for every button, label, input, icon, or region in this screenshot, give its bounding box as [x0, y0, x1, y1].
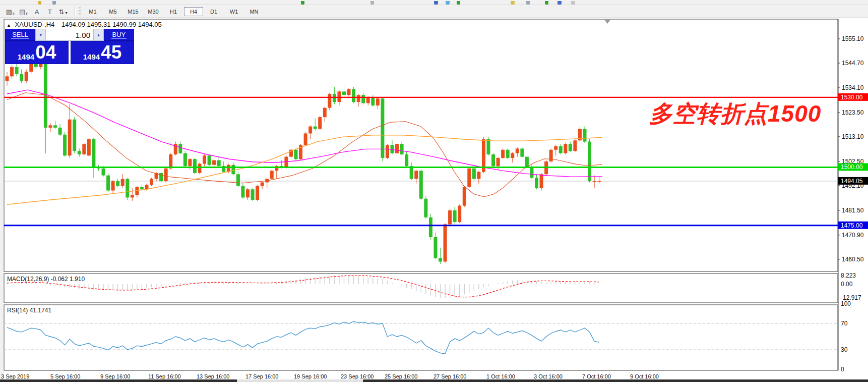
candle-body	[126, 179, 129, 197]
candle-body	[73, 120, 76, 151]
candle-body	[314, 127, 317, 129]
candle-body	[400, 144, 404, 154]
candle-body	[520, 148, 524, 156]
time-axis-label: 5 Sep 16:00	[50, 373, 80, 379]
candle-body	[58, 128, 62, 135]
ma-mid-line	[7, 90, 602, 177]
macd-axis-label: 0.00	[841, 281, 853, 288]
candle-body	[433, 237, 437, 258]
candle-body	[525, 157, 529, 168]
candle-body	[256, 186, 259, 200]
candle-body	[463, 187, 466, 206]
time-axis-label: 25 Sep 16:00	[385, 373, 417, 379]
rsi-panel-border	[4, 305, 838, 370]
time-axis-label: 7 Oct 16:00	[582, 373, 611, 379]
candle-body	[597, 181, 601, 182]
candle-body	[261, 182, 264, 186]
candle-body	[78, 151, 81, 154]
mt4-window: { "toolbar": { "tools": [ {"name":"equid…	[0, 0, 868, 382]
candle-body	[410, 166, 413, 179]
chart-annotation-text: 多空转折点1500	[649, 100, 851, 127]
panel-splitter-macd[interactable]	[4, 271, 838, 274]
candle-body	[208, 155, 211, 165]
volume-input[interactable]	[46, 29, 93, 41]
one-click-trading-panel: SELL ▼ ▲ BUY 1494 04 1494 45	[5, 29, 134, 64]
time-axis-label: 3 Sep 2019	[1, 373, 29, 379]
candle-body	[352, 89, 355, 102]
candle-body	[231, 165, 235, 174]
candle-body	[357, 95, 360, 102]
time-axis-label: 13 Sep 16:00	[197, 373, 229, 379]
candle-body	[444, 225, 447, 262]
time-axis-label: 11 Sep 16:00	[148, 373, 181, 379]
chart-marker-icon: ▲	[7, 23, 11, 28]
candle-body	[467, 169, 471, 187]
candle-body	[135, 187, 139, 195]
ma-slow-line	[7, 135, 602, 205]
candle-body	[516, 148, 519, 153]
candle-body	[68, 120, 72, 156]
candle-body	[63, 135, 67, 156]
volume-increase-button[interactable]: ▲	[93, 29, 104, 41]
candle-body	[439, 258, 442, 261]
candle-body	[497, 158, 500, 166]
price-tick-label: 1470.90	[842, 232, 864, 239]
candle-body	[102, 169, 105, 176]
candle-body	[111, 181, 115, 190]
candle-body	[588, 142, 591, 181]
rsi-axis-label: 100	[841, 300, 851, 307]
buy-button[interactable]: BUY	[104, 29, 134, 41]
candle-body	[583, 129, 587, 141]
candle-body	[419, 171, 423, 198]
ask-price-handle: 1494	[83, 52, 100, 64]
rsi-line	[7, 321, 599, 354]
candle-body	[212, 160, 216, 165]
candle-body	[116, 181, 119, 186]
candle-body	[414, 171, 418, 179]
price-tick-label: 1555.10	[842, 35, 864, 42]
panel-splitter-rsi[interactable]	[4, 303, 838, 305]
price-level-badge-label: 1475.00	[841, 222, 863, 229]
candle-body	[405, 154, 408, 166]
candle-body	[150, 179, 153, 185]
ask-price[interactable]: 1494 45	[71, 41, 134, 64]
time-axis-label: 3 Oct 16:00	[534, 373, 563, 379]
symbol-info-line: ▲ XAUUSD-,H4 1494.09 1495.31 1490.99 149…	[7, 21, 162, 28]
candle-body	[448, 210, 452, 225]
candle-body	[540, 174, 543, 188]
candle-body	[198, 163, 202, 173]
time-axis-label: 9 Sep 16:00	[100, 373, 130, 379]
bid-price[interactable]: 1494 04	[5, 41, 69, 64]
candle-body	[251, 189, 255, 200]
candle-body	[82, 144, 86, 154]
price-level-badge-label: 1530.00	[841, 94, 863, 101]
candle-body	[511, 153, 514, 158]
sell-button[interactable]: SELL	[5, 29, 35, 41]
candle-body	[188, 159, 192, 166]
candle-body	[487, 139, 490, 154]
candle-body	[453, 210, 457, 222]
rsi-axis-label: 30	[841, 346, 848, 353]
candle-body	[593, 181, 596, 182]
candle-body	[169, 154, 172, 169]
candle-body	[458, 206, 461, 222]
candle-body	[44, 56, 47, 128]
candle-body	[6, 76, 9, 81]
candle-body	[241, 186, 244, 197]
macd-label: MACD(12,26,9) -0.062 1.910	[7, 276, 85, 283]
candle-body	[573, 140, 577, 151]
volume-decrease-button[interactable]: ▼	[35, 29, 46, 41]
candle-body	[342, 91, 346, 95]
candle-body	[10, 67, 14, 76]
candle-body	[386, 145, 389, 158]
candle-body	[347, 89, 351, 95]
candle-body	[323, 108, 327, 117]
candle-body	[53, 125, 57, 128]
candle-body	[270, 171, 274, 179]
candle-body	[193, 159, 197, 173]
candle-body	[178, 144, 182, 153]
ask-price-pips: 45	[101, 41, 121, 64]
time-axis-label: 1 Oct 16:00	[486, 373, 515, 379]
macd-axis-label: 8.223	[841, 272, 856, 279]
candle-body	[549, 150, 553, 161]
